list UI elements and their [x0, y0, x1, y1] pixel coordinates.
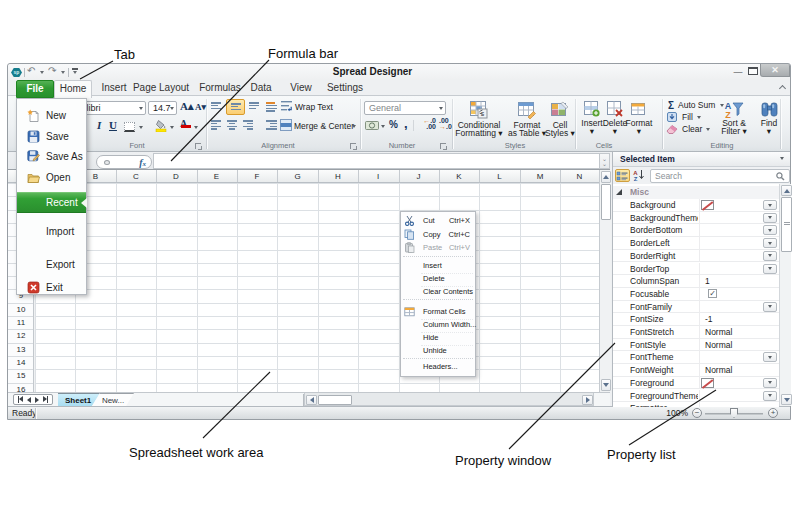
merge-center-icon[interactable]	[280, 119, 292, 131]
menu-item-new[interactable]: New	[17, 106, 86, 125]
find-button[interactable]: Find ▾	[756, 101, 782, 135]
row-header[interactable]: 11	[8, 316, 34, 329]
sheet-nav-buttons[interactable]	[13, 394, 53, 405]
tab-home[interactable]: Home	[54, 80, 92, 98]
tab-view[interactable]: View	[282, 80, 320, 95]
chevron-down-icon[interactable]	[439, 107, 443, 110]
scrollbar-thumb[interactable]	[601, 184, 611, 220]
dropdown-button[interactable]	[763, 378, 777, 388]
zoom-slider-thumb[interactable]	[730, 408, 738, 418]
merge-center-dropdown-icon[interactable]	[352, 125, 356, 128]
context-item-headers[interactable]: Headers...	[401, 361, 475, 374]
menu-item-save[interactable]: Save	[17, 127, 86, 146]
number-format-combo[interactable]: General	[364, 101, 446, 115]
property-row[interactable]: FontWeight Normal	[613, 364, 779, 377]
collapse-ribbon-button[interactable]	[777, 83, 789, 91]
property-row[interactable]: BackgroundThemeCc	[613, 212, 779, 225]
name-box[interactable]: fx	[96, 155, 152, 169]
prev-sheet-icon[interactable]	[27, 397, 31, 403]
column-header[interactable]: G	[277, 170, 318, 183]
row-header[interactable]: 10	[8, 303, 34, 316]
scroll-up-button[interactable]	[601, 171, 611, 183]
context-item-clear-contents[interactable]: Clear Contents	[401, 286, 475, 299]
menu-item-import[interactable]: Import	[17, 222, 86, 241]
redo-dropdown-icon[interactable]	[61, 71, 65, 74]
borders-dropdown-icon[interactable]	[139, 126, 143, 129]
chevron-down-icon[interactable]	[170, 107, 174, 110]
property-row[interactable]: Background	[613, 199, 779, 212]
property-category-misc[interactable]: Misc	[613, 186, 779, 199]
chevron-down-icon[interactable]	[139, 107, 143, 110]
comma-style-button[interactable]: ,	[404, 116, 408, 131]
property-window-header[interactable]: Selected Item	[613, 152, 790, 167]
scroll-right-button[interactable]	[582, 395, 593, 405]
align-center-button[interactable]	[227, 120, 238, 130]
accounting-dropdown-icon[interactable]	[381, 125, 385, 128]
menu-item-exit[interactable]: Exit	[17, 278, 86, 297]
dropdown-button[interactable]	[763, 213, 777, 223]
context-item-copy[interactable]: Copy Ctrl+C	[401, 229, 475, 242]
property-row[interactable]: ForegroundThemeCc	[613, 390, 779, 403]
categorize-button[interactable]	[615, 169, 630, 182]
tab-settings[interactable]: Settings	[320, 80, 370, 95]
tab-insert[interactable]: Insert	[96, 80, 132, 95]
scrollbar-thumb[interactable]	[781, 197, 792, 252]
first-sheet-icon[interactable]	[18, 396, 24, 403]
align-right-button[interactable]	[243, 120, 254, 130]
column-headers[interactable]: B C D E F G H I J K L M N	[8, 170, 599, 183]
scroll-down-button[interactable]	[781, 394, 792, 405]
menu-item-recent[interactable]: Recent	[17, 192, 86, 213]
conditional-formatting-button[interactable]: s Conditional Formatting ▾	[455, 101, 503, 137]
column-header[interactable]: K	[439, 170, 479, 183]
context-item-column-width[interactable]: Column Width...	[401, 319, 475, 332]
column-header[interactable]: F	[237, 170, 277, 183]
redo-icon[interactable]: ↷	[48, 66, 56, 76]
tab-page-layout[interactable]: Page Layout	[132, 80, 190, 95]
property-row[interactable]: Formatter	[613, 402, 779, 407]
app-icon[interactable]: sp	[11, 68, 22, 77]
dialog-launcher-icon[interactable]	[195, 143, 202, 150]
row-header[interactable]: 12	[8, 329, 34, 342]
close-button[interactable]: ✕	[760, 64, 790, 77]
font-size-combo[interactable]: 14.7	[148, 101, 177, 115]
indent-icon[interactable]	[266, 120, 277, 130]
context-item-delete[interactable]: Delete	[401, 273, 475, 286]
dropdown-button[interactable]	[763, 251, 777, 261]
decrease-decimal-icon[interactable]: .00→.0	[439, 118, 455, 130]
scroll-left-button[interactable]	[306, 395, 317, 405]
fx-icon[interactable]: fx	[139, 157, 146, 168]
property-row[interactable]: BorderTop	[613, 263, 779, 276]
chevron-down-icon[interactable]	[780, 157, 784, 160]
scroll-up-button[interactable]	[781, 185, 792, 196]
spreadsheet-grid[interactable]	[35, 183, 599, 392]
undo-icon[interactable]: ↶	[27, 66, 35, 76]
align-left-button[interactable]	[211, 120, 222, 130]
sort-filter-button[interactable]: AZ Sort & Filter ▾	[713, 101, 755, 135]
context-item-paste[interactable]: Paste Ctrl+V	[401, 242, 475, 255]
row-header[interactable]: 15	[8, 369, 34, 382]
wrap-text-label[interactable]: Wrap Text	[295, 102, 333, 112]
column-header[interactable]: H	[318, 170, 358, 183]
scroll-down-button[interactable]	[601, 379, 611, 391]
clear-button[interactable]: Clear	[666, 124, 710, 134]
font-color-dropdown-icon[interactable]	[194, 126, 198, 129]
property-row[interactable]: BorderLeft	[613, 237, 779, 250]
dropdown-button[interactable]	[763, 225, 777, 235]
scrollbar-thumb[interactable]	[318, 395, 352, 405]
fill-color-dropdown-icon[interactable]	[170, 126, 174, 129]
merge-center-label[interactable]: Merge & Center	[294, 121, 354, 131]
format-cells-button[interactable]: Format ▾	[625, 101, 653, 135]
wrap-text-icon[interactable]	[281, 100, 293, 112]
dropdown-button[interactable]	[763, 238, 777, 248]
context-item-hide[interactable]: Hide	[401, 332, 475, 345]
tab-data[interactable]: Data	[241, 80, 281, 95]
qat-customize-icon[interactable]	[72, 68, 78, 70]
sort-alphabetical-button[interactable]: AZ	[631, 169, 646, 182]
align-top-button[interactable]	[211, 102, 222, 109]
column-header[interactable]: N	[560, 170, 599, 183]
property-row[interactable]: FontStyle Normal	[613, 339, 779, 352]
row-header[interactable]: 13	[8, 343, 34, 356]
percent-style-button[interactable]: %	[389, 119, 398, 130]
menu-item-open[interactable]: Open	[17, 168, 86, 187]
borders-icon[interactable]	[124, 122, 135, 132]
